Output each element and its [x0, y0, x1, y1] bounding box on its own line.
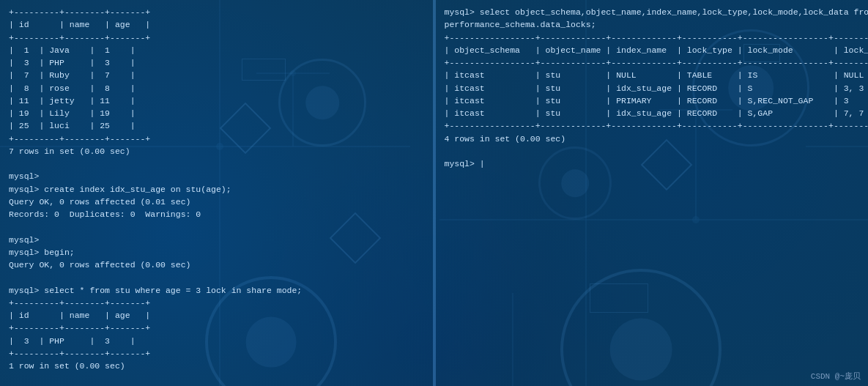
watermark: CSDN @~庞贝 — [811, 371, 861, 382]
left-terminal-content: +---------+--------+-------+ | id | name… — [9, 6, 424, 372]
panels-container: +---------+--------+-------+ | id | name… — [0, 0, 868, 386]
left-terminal-panel: +---------+--------+-------+ | id | name… — [0, 0, 433, 386]
right-terminal-panel: mysql> select object_schema,object_name,… — [436, 0, 869, 386]
right-terminal-content: mysql> select object_schema,object_name,… — [445, 6, 860, 170]
